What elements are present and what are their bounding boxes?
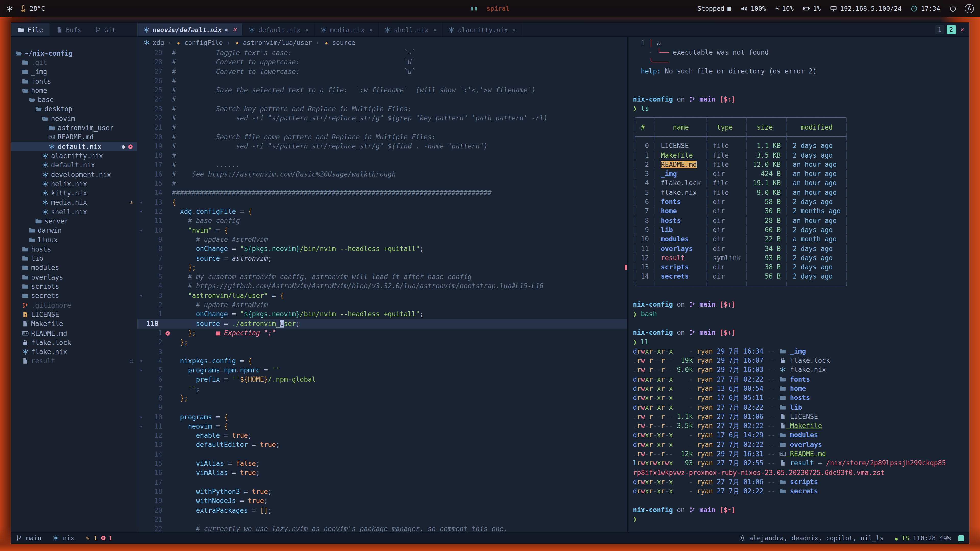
code-line[interactable]: 9 — [137, 403, 627, 413]
tree-item-server[interactable]: server — [11, 217, 137, 226]
tree-item-home[interactable]: home — [11, 86, 137, 95]
git-branch-label[interactable]: main — [26, 534, 41, 542]
neotree-source-tab-bufs[interactable]: Bufs — [49, 23, 88, 36]
code-line[interactable]: 24# — [137, 95, 627, 105]
clock-module[interactable]: 17:34 — [911, 5, 940, 12]
tree-item-neovim[interactable]: neovim — [11, 114, 137, 123]
code-line[interactable]: 26# — [137, 76, 627, 86]
code-line[interactable]: 21 — [137, 515, 627, 525]
code-line[interactable]: 8 }; — [137, 394, 627, 403]
tree-item-.gitignore[interactable]: .gitignore — [11, 300, 137, 310]
code-line[interactable]: 15# — [137, 179, 627, 189]
tree-item-_img[interactable]: _img — [11, 67, 137, 76]
buffer-tab-default.nix[interactable]: default.nix✕ — [243, 23, 315, 36]
tabpage-2-active[interactable]: 2 — [947, 25, 956, 34]
tree-item-lib[interactable]: lib — [11, 254, 137, 263]
code-line[interactable]: 18 withPython3 = true; — [137, 487, 627, 497]
breadcrumb-segment-configFile[interactable]: ◆configFile — [175, 39, 223, 46]
tree-item-modules[interactable]: modules — [11, 263, 137, 273]
diff-changed-badge[interactable]: ✎ 1 — [86, 534, 97, 542]
code-line[interactable]: 6 prefix = ''${HOME}/.npm-global — [137, 375, 627, 385]
editor-pane[interactable]: xdg›◆configFile›◆astronvim/lua/user›◆sou… — [137, 37, 627, 532]
buffer-close-icon[interactable]: ✕ — [232, 26, 237, 33]
tree-item-shell.nix[interactable]: shell.nix — [11, 207, 137, 217]
tray-avatar[interactable]: A — [965, 4, 974, 13]
code-line[interactable]: ▾10 programs = { — [137, 413, 627, 422]
buffer-close-icon[interactable]: ✕ — [433, 26, 436, 33]
power-module[interactable] — [950, 5, 956, 12]
code-line[interactable]: ▾12 xdg.configFile = { — [137, 207, 627, 217]
battery-module[interactable]: 1% — [803, 5, 821, 12]
tree-item-~/nix-config[interactable]: ~/nix-config — [11, 48, 137, 58]
code-line[interactable]: 1 onChange = "${pkgs.neovim}/bin/nvim --… — [137, 310, 627, 319]
tree-item-overlays[interactable]: overlays — [11, 272, 137, 282]
code-line[interactable]: 22 # currently we use lazy.nvim as neovi… — [137, 524, 627, 532]
code-line[interactable]: 1 }; ■ Expecting ";" — [137, 329, 627, 338]
fold-chevron-icon[interactable]: ▾ — [137, 207, 145, 217]
tabpage-1[interactable]: 1 — [935, 25, 944, 34]
tree-item-Makefile[interactable]: Makefile — [11, 319, 137, 329]
code-line[interactable]: 110 source = ./astronvim_user; — [137, 319, 627, 329]
code-line[interactable]: 5 # my cusotom astronvim config, astronv… — [137, 272, 627, 282]
code-line[interactable]: 12 enable = true; — [137, 431, 627, 441]
tree-item-README.md[interactable]: README.md — [11, 329, 137, 338]
code-line[interactable]: ▾4 nixpkgs.config = { — [137, 357, 627, 366]
tree-item-default.nix[interactable]: default.nix● — [11, 142, 137, 151]
breadcrumb-segment-source[interactable]: ◆source — [323, 39, 355, 46]
code-line[interactable]: ▾3 "astronvim/lua/user" = { — [137, 291, 627, 300]
code-line[interactable]: 4 # https://github.com/AstroNvim/AstroNv… — [137, 282, 627, 291]
code-line[interactable]: ▾10 "nvim" = { — [137, 226, 627, 235]
code-line[interactable]: 22# sed -ri "s/pattern_str/replace_str/g… — [137, 114, 627, 123]
tree-item-flake.lock[interactable]: flake.lock — [11, 338, 137, 347]
tree-item-astronvim_user[interactable]: astronvim_user — [11, 123, 137, 133]
tree-item-desktop[interactable]: desktop — [11, 105, 137, 114]
buffer-close-icon[interactable]: ✕ — [305, 26, 309, 33]
brightness-module[interactable]: ☀ 10% — [775, 5, 794, 12]
code-line[interactable]: ▾11 neovim = { — [137, 422, 627, 431]
buffer-tab-media.nix[interactable]: media.nix✕ — [315, 23, 379, 36]
tree-item-alacritty.nix[interactable]: alacritty.nix — [11, 151, 137, 161]
code-line[interactable]: 13 defaultEditor = true; — [137, 441, 627, 450]
tree-item-default.nix[interactable]: default.nix — [11, 160, 137, 170]
code-line[interactable]: 14 — [137, 450, 627, 459]
code-line[interactable]: ▾5 programs.npm.npmrc = '' — [137, 366, 627, 375]
fold-chevron-icon[interactable]: ▾ — [137, 366, 145, 375]
buffer-tab-alacritty.nix[interactable]: alacritty.nix✕ — [443, 23, 522, 36]
breadcrumb-segment-astronvim/lua/user[interactable]: ◆astronvim/lua/user — [234, 39, 312, 46]
code-line[interactable]: 7 source = astronvim; — [137, 254, 627, 263]
diagnostics-error-badge[interactable]: 1 — [101, 534, 112, 542]
code-area[interactable]: 29# Toggle text's case: `~`28# Convert t… — [137, 48, 627, 532]
code-line[interactable]: 25# Save the selected text to a file: `:… — [137, 86, 627, 95]
tree-item-secrets[interactable]: secrets — [11, 291, 137, 300]
tree-item-base[interactable]: base — [11, 95, 137, 105]
tree-item-.git[interactable]: .git — [11, 58, 137, 67]
code-line[interactable]: ▾13{ — [137, 198, 627, 207]
code-line[interactable]: 15 viAlias = false; — [137, 459, 627, 468]
tree-item-scripts[interactable]: scripts — [11, 282, 137, 291]
code-line[interactable]: 23# Search key pattern and Replace in Mu… — [137, 105, 627, 114]
tree-item-fonts[interactable]: fonts — [11, 76, 137, 86]
temperature-module[interactable]: 28°C — [19, 5, 45, 12]
code-line[interactable]: 3 — [137, 347, 627, 357]
tree-item-README.md[interactable]: README.md — [11, 132, 137, 142]
tabline-close-button[interactable]: ✕ — [961, 26, 964, 33]
buffer-tab-neovim/default.nix[interactable]: neovim/default.nix●✕ — [137, 23, 243, 36]
neotree-source-tab-file[interactable]: File — [11, 23, 49, 36]
fold-chevron-icon[interactable]: ▾ — [137, 422, 145, 431]
nix-logo-icon[interactable] — [6, 5, 13, 12]
code-line[interactable]: 28# Convert to uppercase: `U` — [137, 58, 627, 67]
code-line[interactable]: 16# See https://astronvim.com/Basic%20Us… — [137, 170, 627, 179]
code-line[interactable]: 2 # update AstroNvim — [137, 300, 627, 310]
code-line[interactable]: 19 withNodeJs = true; — [137, 497, 627, 506]
tree-item-hosts[interactable]: hosts — [11, 245, 137, 254]
tree-item-result[interactable]: result○ — [11, 357, 137, 366]
neotree-source-tab-git[interactable]: Git — [88, 23, 122, 36]
fold-chevron-icon[interactable]: ▾ — [137, 413, 145, 422]
fold-chevron-icon[interactable]: ▾ — [137, 357, 145, 366]
volume-module[interactable]: 100% — [740, 5, 766, 12]
terminal-pane[interactable]: 1 │ a · ╰── executable was not found ╰──… — [627, 37, 969, 532]
tree-item-helix.nix[interactable]: helix.nix — [11, 179, 137, 189]
code-line[interactable]: 19# sed -ri "s/pattern_str/replace_str/g… — [137, 142, 627, 151]
code-line[interactable]: 20 extraPackages = []; — [137, 506, 627, 515]
tree-item-development.nix[interactable]: development.nix — [11, 170, 137, 179]
